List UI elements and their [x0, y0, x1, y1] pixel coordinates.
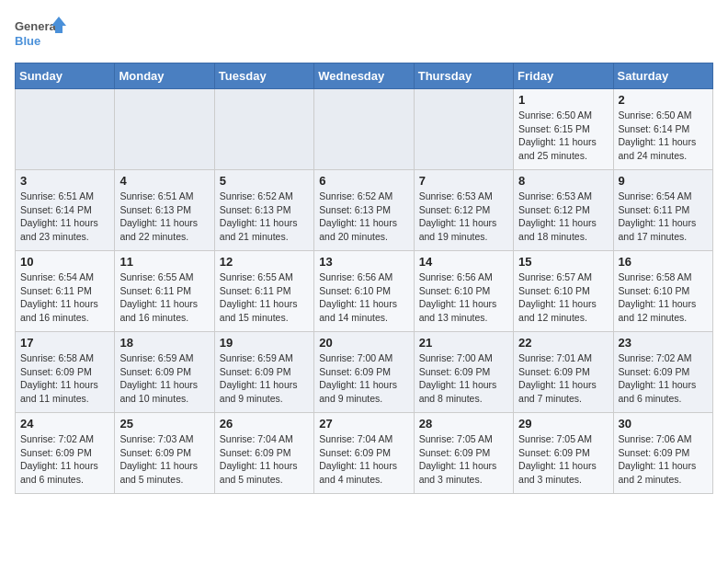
- calendar-week-row: 17Sunrise: 6:58 AM Sunset: 6:09 PM Dayli…: [16, 332, 713, 413]
- calendar-cell: 7Sunrise: 6:53 AM Sunset: 6:12 PM Daylig…: [414, 170, 513, 251]
- logo-svg: General Blue: [15, 15, 66, 52]
- day-info: Sunrise: 6:59 AM Sunset: 6:09 PM Dayligh…: [119, 351, 209, 406]
- day-number: 8: [518, 174, 608, 188]
- day-number: 11: [119, 255, 209, 269]
- day-number: 28: [419, 417, 508, 431]
- day-header-saturday: Saturday: [613, 63, 712, 89]
- calendar-cell: 4Sunrise: 6:51 AM Sunset: 6:13 PM Daylig…: [115, 170, 214, 251]
- calendar-week-row: 3Sunrise: 6:51 AM Sunset: 6:14 PM Daylig…: [16, 170, 713, 251]
- day-number: 15: [518, 255, 608, 269]
- day-header-wednesday: Wednesday: [314, 63, 414, 89]
- day-number: 20: [319, 336, 408, 350]
- day-number: 2: [619, 93, 708, 107]
- day-info: Sunrise: 6:50 AM Sunset: 6:14 PM Dayligh…: [619, 109, 708, 163]
- calendar-cell: 19Sunrise: 6:59 AM Sunset: 6:09 PM Dayli…: [214, 332, 313, 413]
- day-number: 16: [619, 255, 708, 269]
- calendar-cell: 17Sunrise: 6:58 AM Sunset: 6:09 PM Dayli…: [16, 332, 115, 413]
- day-number: 18: [119, 336, 209, 350]
- day-info: Sunrise: 6:53 AM Sunset: 6:12 PM Dayligh…: [419, 190, 508, 244]
- day-info: Sunrise: 6:56 AM Sunset: 6:10 PM Dayligh…: [319, 270, 408, 325]
- day-number: 23: [619, 336, 708, 350]
- day-number: 30: [619, 417, 708, 431]
- day-number: 24: [20, 417, 109, 431]
- calendar-cell: 20Sunrise: 7:00 AM Sunset: 6:09 PM Dayli…: [314, 332, 414, 413]
- day-number: 17: [20, 336, 109, 350]
- day-header-sunday: Sunday: [16, 63, 115, 89]
- calendar-header-row: SundayMondayTuesdayWednesdayThursdayFrid…: [16, 63, 713, 89]
- day-number: 21: [419, 336, 508, 350]
- day-header-monday: Monday: [115, 63, 214, 89]
- day-number: 12: [220, 255, 309, 269]
- calendar-cell: 16Sunrise: 6:58 AM Sunset: 6:10 PM Dayli…: [613, 251, 712, 332]
- calendar-cell: [214, 89, 313, 170]
- day-number: 29: [518, 417, 608, 431]
- day-number: 26: [220, 417, 309, 431]
- calendar-cell: 28Sunrise: 7:05 AM Sunset: 6:09 PM Dayli…: [414, 413, 513, 494]
- calendar-cell: 5Sunrise: 6:52 AM Sunset: 6:13 PM Daylig…: [214, 170, 313, 251]
- day-header-thursday: Thursday: [414, 63, 513, 89]
- calendar-cell: 24Sunrise: 7:02 AM Sunset: 6:09 PM Dayli…: [16, 413, 115, 494]
- day-header-friday: Friday: [514, 63, 613, 89]
- day-info: Sunrise: 6:51 AM Sunset: 6:13 PM Dayligh…: [119, 190, 209, 244]
- calendar-cell: 26Sunrise: 7:04 AM Sunset: 6:09 PM Dayli…: [214, 413, 313, 494]
- day-number: 7: [419, 174, 508, 188]
- day-number: 13: [319, 255, 408, 269]
- calendar-cell: 25Sunrise: 7:03 AM Sunset: 6:09 PM Dayli…: [115, 413, 214, 494]
- day-info: Sunrise: 7:04 AM Sunset: 6:09 PM Dayligh…: [220, 432, 309, 487]
- day-number: 19: [220, 336, 309, 350]
- calendar-cell: [414, 89, 513, 170]
- calendar-cell: 1Sunrise: 6:50 AM Sunset: 6:15 PM Daylig…: [514, 89, 613, 170]
- day-info: Sunrise: 6:59 AM Sunset: 6:09 PM Dayligh…: [220, 351, 309, 406]
- day-info: Sunrise: 6:50 AM Sunset: 6:15 PM Dayligh…: [518, 109, 608, 163]
- day-info: Sunrise: 7:06 AM Sunset: 6:09 PM Dayligh…: [619, 432, 708, 487]
- day-info: Sunrise: 6:53 AM Sunset: 6:12 PM Dayligh…: [518, 190, 608, 244]
- day-info: Sunrise: 7:00 AM Sunset: 6:09 PM Dayligh…: [319, 351, 408, 406]
- day-info: Sunrise: 7:04 AM Sunset: 6:09 PM Dayligh…: [319, 432, 408, 487]
- day-info: Sunrise: 6:54 AM Sunset: 6:11 PM Dayligh…: [20, 270, 109, 325]
- day-info: Sunrise: 6:52 AM Sunset: 6:13 PM Dayligh…: [220, 190, 309, 244]
- calendar-cell: 22Sunrise: 7:01 AM Sunset: 6:09 PM Dayli…: [514, 332, 613, 413]
- calendar-cell: 12Sunrise: 6:55 AM Sunset: 6:11 PM Dayli…: [214, 251, 313, 332]
- day-info: Sunrise: 6:55 AM Sunset: 6:11 PM Dayligh…: [220, 270, 309, 325]
- svg-text:Blue: Blue: [15, 34, 40, 48]
- calendar-cell: 18Sunrise: 6:59 AM Sunset: 6:09 PM Dayli…: [115, 332, 214, 413]
- calendar-cell: 9Sunrise: 6:54 AM Sunset: 6:11 PM Daylig…: [613, 170, 712, 251]
- day-info: Sunrise: 7:05 AM Sunset: 6:09 PM Dayligh…: [518, 432, 608, 487]
- calendar-cell: 11Sunrise: 6:55 AM Sunset: 6:11 PM Dayli…: [115, 251, 214, 332]
- day-info: Sunrise: 7:02 AM Sunset: 6:09 PM Dayligh…: [20, 432, 109, 487]
- calendar: SundayMondayTuesdayWednesdayThursdayFrid…: [15, 63, 713, 494]
- day-number: 27: [319, 417, 408, 431]
- day-number: 10: [20, 255, 109, 269]
- day-info: Sunrise: 7:01 AM Sunset: 6:09 PM Dayligh…: [518, 351, 608, 406]
- day-info: Sunrise: 7:05 AM Sunset: 6:09 PM Dayligh…: [419, 432, 508, 487]
- day-info: Sunrise: 6:55 AM Sunset: 6:11 PM Dayligh…: [119, 270, 209, 325]
- day-header-tuesday: Tuesday: [214, 63, 313, 89]
- day-number: 6: [319, 174, 408, 188]
- day-number: 1: [518, 93, 608, 107]
- calendar-cell: 30Sunrise: 7:06 AM Sunset: 6:09 PM Dayli…: [613, 413, 712, 494]
- day-info: Sunrise: 6:58 AM Sunset: 6:09 PM Dayligh…: [20, 351, 109, 406]
- day-info: Sunrise: 6:54 AM Sunset: 6:11 PM Dayligh…: [619, 190, 708, 244]
- day-number: 9: [619, 174, 708, 188]
- day-info: Sunrise: 6:56 AM Sunset: 6:10 PM Dayligh…: [419, 270, 508, 325]
- day-info: Sunrise: 6:52 AM Sunset: 6:13 PM Dayligh…: [319, 190, 408, 244]
- calendar-cell: [16, 89, 115, 170]
- day-number: 4: [119, 174, 209, 188]
- calendar-cell: 23Sunrise: 7:02 AM Sunset: 6:09 PM Dayli…: [613, 332, 712, 413]
- calendar-cell: 6Sunrise: 6:52 AM Sunset: 6:13 PM Daylig…: [314, 170, 414, 251]
- calendar-cell: 3Sunrise: 6:51 AM Sunset: 6:14 PM Daylig…: [16, 170, 115, 251]
- calendar-cell: [314, 89, 414, 170]
- calendar-week-row: 10Sunrise: 6:54 AM Sunset: 6:11 PM Dayli…: [16, 251, 713, 332]
- day-info: Sunrise: 6:57 AM Sunset: 6:10 PM Dayligh…: [518, 270, 608, 325]
- calendar-cell: 14Sunrise: 6:56 AM Sunset: 6:10 PM Dayli…: [414, 251, 513, 332]
- day-info: Sunrise: 7:02 AM Sunset: 6:09 PM Dayligh…: [619, 351, 708, 406]
- calendar-cell: [115, 89, 214, 170]
- day-info: Sunrise: 7:03 AM Sunset: 6:09 PM Dayligh…: [119, 432, 209, 487]
- day-info: Sunrise: 6:51 AM Sunset: 6:14 PM Dayligh…: [20, 190, 109, 244]
- calendar-week-row: 1Sunrise: 6:50 AM Sunset: 6:15 PM Daylig…: [16, 89, 713, 170]
- calendar-week-row: 24Sunrise: 7:02 AM Sunset: 6:09 PM Dayli…: [16, 413, 713, 494]
- calendar-cell: 2Sunrise: 6:50 AM Sunset: 6:14 PM Daylig…: [613, 89, 712, 170]
- header: General Blue: [15, 15, 713, 52]
- day-number: 3: [20, 174, 109, 188]
- calendar-cell: 8Sunrise: 6:53 AM Sunset: 6:12 PM Daylig…: [514, 170, 613, 251]
